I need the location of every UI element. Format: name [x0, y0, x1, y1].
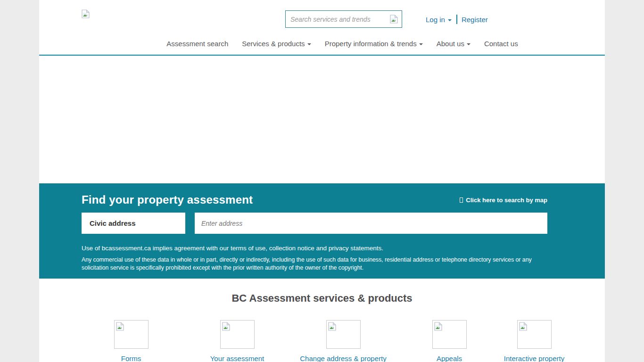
service-link-appeals[interactable]: Appeals — [400, 354, 499, 362]
service-card-interactive-property[interactable]: Interactive property — [485, 320, 584, 362]
nav-item-about-us[interactable]: About us — [437, 40, 471, 48]
property-search-banner: Find your property assessment Click here… — [39, 183, 605, 279]
service-link-change-address[interactable]: Change address & property — [294, 354, 393, 362]
service-card-your-assessment[interactable]: Your assessment — [188, 320, 287, 362]
assessment-search-form: Civic address — [82, 213, 547, 234]
terms-of-use-text: Use of bcassessment.ca implies agreement… — [82, 245, 547, 252]
copyright-notice-text: Any commercial use of these data in whol… — [82, 256, 547, 272]
service-card-forms[interactable]: Forms — [82, 320, 181, 362]
broken-image-icon — [434, 322, 442, 331]
service-link-interactive-property[interactable]: Interactive property — [485, 354, 584, 362]
service-thumb — [517, 320, 552, 349]
service-thumb — [432, 320, 467, 349]
broken-image-icon — [390, 15, 398, 24]
service-thumb — [326, 320, 361, 349]
login-label: Log in — [426, 16, 445, 24]
broken-image-icon — [82, 9, 90, 18]
map-icon-missing-glyph — [460, 197, 463, 203]
header-search-box — [285, 10, 402, 28]
chevron-down-icon — [307, 43, 311, 45]
search-by-map-link[interactable]: Click here to search by map — [460, 197, 547, 204]
service-thumb — [114, 320, 149, 349]
auth-links: Log in Register — [426, 15, 488, 24]
site-header: Log in Register Assessment search Servic… — [39, 0, 605, 56]
nav-item-contact-us[interactable]: Contact us — [484, 40, 518, 48]
chevron-down-icon — [467, 43, 471, 45]
hero-empty-area — [39, 56, 605, 183]
register-link[interactable]: Register — [462, 16, 488, 24]
map-link-label: Click here to search by map — [466, 197, 547, 204]
search-submit-button[interactable] — [390, 15, 402, 24]
logo-broken-image-icon[interactable] — [82, 9, 90, 20]
login-link[interactable]: Log in — [426, 16, 452, 24]
banner-top-row: Find your property assessment Click here… — [82, 193, 547, 206]
search-type-select[interactable]: Civic address — [82, 213, 185, 234]
auth-divider — [456, 15, 457, 24]
service-card-appeals[interactable]: Appeals — [400, 320, 499, 362]
broken-image-icon — [519, 322, 527, 331]
nav-item-services-products[interactable]: Services & products — [242, 40, 311, 48]
header-search-input[interactable] — [286, 11, 390, 27]
broken-image-icon — [222, 322, 230, 331]
broken-image-icon — [328, 322, 336, 331]
chevron-down-icon — [419, 43, 423, 45]
address-input[interactable] — [195, 213, 547, 234]
service-link-your-assessment[interactable]: Your assessment — [188, 354, 287, 362]
services-heading: BC Assessment services & products — [39, 279, 605, 304]
service-card-change-address[interactable]: Change address & property — [294, 320, 393, 362]
page-container: Log in Register Assessment search Servic… — [39, 0, 605, 362]
chevron-down-icon — [448, 19, 452, 21]
banner-title: Find your property assessment — [82, 193, 253, 206]
nav-item-assessment-search[interactable]: Assessment search — [166, 40, 228, 48]
service-link-forms[interactable]: Forms — [82, 354, 181, 362]
broken-image-icon — [116, 322, 124, 331]
main-nav: Assessment search Services & products Pr… — [59, 40, 605, 48]
service-thumb — [220, 320, 255, 349]
services-section: BC Assessment services & products Forms … — [39, 279, 605, 361]
nav-item-property-information-trends[interactable]: Property information & trends — [325, 40, 423, 48]
